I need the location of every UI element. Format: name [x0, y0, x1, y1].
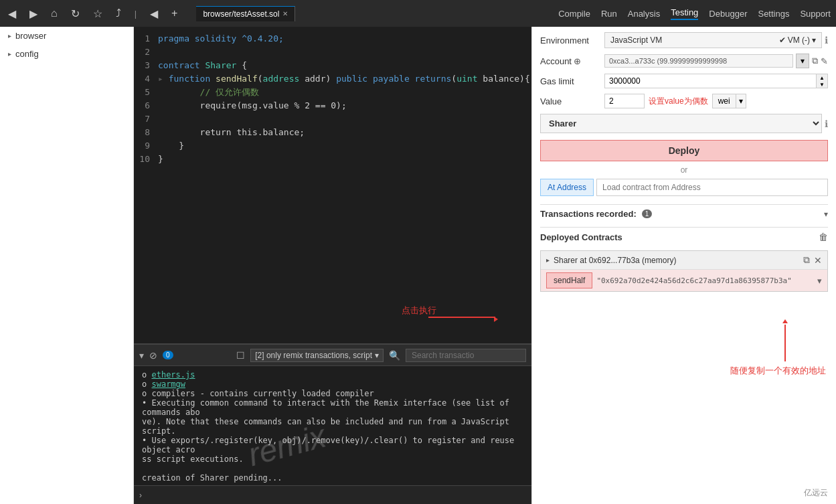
- trash-icon[interactable]: 🗑: [819, 232, 828, 242]
- address-input[interactable]: [596, 179, 828, 196]
- swarmgw-link[interactable]: swarmgw: [151, 380, 185, 389]
- deployed-section: Deployed Contracts 🗑: [540, 227, 828, 246]
- stop-icon[interactable]: ⊘: [149, 350, 157, 361]
- account-copy-icon[interactable]: ⧉: [812, 56, 818, 66]
- tab-close-icon[interactable]: ✕: [282, 10, 288, 17]
- fn-value-text: "0x692a70d2e424a56d2c6c27aa97d1a86395877…: [596, 276, 813, 285]
- search-input[interactable]: [406, 349, 526, 362]
- filter-label: [2] only remix transactions, script: [255, 351, 372, 360]
- nav-debugger[interactable]: Debugger: [709, 9, 747, 19]
- deployed-contract: ▸ Sharer at 0x692...77b3a (memory) ⧉ ✕ s…: [540, 250, 828, 292]
- terminal-line-3: o compilers - contains currently loaded …: [142, 389, 523, 398]
- send-half-button[interactable]: sendHalf: [546, 272, 592, 288]
- nav-settings[interactable]: Settings: [758, 9, 789, 19]
- back-icon[interactable]: ◀: [5, 6, 19, 21]
- bottom-panel: ▾ ⊘ [2] only remix transactions, script …: [134, 343, 531, 504]
- nav-testing[interactable]: Testing: [671, 7, 698, 20]
- bottom-input-bar[interactable]: ›: [134, 485, 531, 504]
- sidebar-label-browser: browser: [15, 31, 46, 41]
- right-panel: Environment JavaScript VM ✔ VM (-) ▾ ℹ: [531, 27, 836, 504]
- search-icon[interactable]: 🔍: [389, 350, 400, 361]
- expand-icon[interactable]: ▾: [139, 350, 144, 361]
- vm-arrow-icon: ▾: [812, 35, 816, 45]
- account-edit-icon[interactable]: ✎: [821, 56, 828, 66]
- forward-icon[interactable]: ▶: [27, 6, 40, 21]
- gas-spin-down[interactable]: ▼: [817, 81, 827, 88]
- account-display: 0xca3...a733c (99.99999999999998: [604, 54, 793, 68]
- filter-arrow-icon: ▾: [375, 351, 379, 360]
- deployed-contract-header: ▸ Sharer at 0x692...77b3a (memory) ⧉ ✕: [541, 251, 827, 269]
- bookmark-icon[interactable]: ☆: [90, 6, 105, 21]
- code-line-10: 10 }: [134, 153, 531, 166]
- code-line-5: 5 // 仅允许偶数: [134, 86, 531, 99]
- env-info-icon[interactable]: ℹ: [825, 35, 828, 46]
- terminal-line-2: o swarmgw: [142, 380, 523, 389]
- gas-limit-input-wrap: ▲ ▼: [604, 74, 828, 88]
- at-address-button[interactable]: At Address: [540, 179, 594, 196]
- fn-expand-icon[interactable]: ▾: [817, 276, 822, 286]
- vm-icon: ✔: [779, 35, 786, 45]
- value-unit-arrow[interactable]: ▾: [736, 94, 746, 108]
- file-tab[interactable]: browser/testAsset.sol ✕: [196, 6, 295, 21]
- at-address-row: At Address: [540, 179, 828, 196]
- home-icon[interactable]: ⌂: [48, 6, 60, 21]
- nav-run[interactable]: Run: [601, 9, 617, 19]
- share-icon[interactable]: ⤴: [113, 6, 124, 21]
- gas-spin-btns: ▲ ▼: [816, 74, 827, 88]
- code-line-2: 2: [134, 46, 531, 59]
- account-plus-icon[interactable]: ⊕: [574, 56, 581, 66]
- gas-spin-up[interactable]: ▲: [817, 74, 827, 81]
- sidebar-item-browser[interactable]: ▸ browser: [0, 27, 133, 45]
- terminal-output: o ethers.js o swarmgw o compilers - cont…: [134, 366, 531, 485]
- bottom-toolbar: ▾ ⊘ [2] only remix transactions, script …: [134, 345, 531, 366]
- gas-limit-input[interactable]: [605, 74, 816, 88]
- nav-menu: Compile Run Analysis Testing Debugger Se…: [558, 7, 831, 20]
- deployed-copy-icon[interactable]: ⧉: [803, 254, 810, 266]
- account-row: Account ⊕ 0xca3...a733c (99.999999999999…: [540, 54, 828, 68]
- env-text: JavaScript VM: [610, 35, 662, 45]
- terminal-line-6: • Use exports/.register(key, obj)/.remov…: [142, 436, 523, 454]
- zero-badge: 0: [163, 351, 173, 359]
- ethers-link[interactable]: ethers.js: [151, 370, 195, 380]
- sidebar-item-config[interactable]: ▸ config: [0, 45, 133, 63]
- code-line-8: 8 return this.balance;: [134, 126, 531, 139]
- terminal-line-5: ve). Note that these commands can also b…: [142, 417, 523, 436]
- sidebar: ▸ browser ▸ config: [0, 27, 134, 504]
- gas-limit-label: Gas limit: [540, 76, 600, 86]
- prev-icon[interactable]: ◀: [147, 6, 161, 21]
- deploy-button[interactable]: Deploy: [540, 140, 828, 161]
- filter-dropdown[interactable]: [2] only remix transactions, script ▾: [250, 349, 384, 362]
- contract-info-icon[interactable]: ℹ: [825, 118, 828, 129]
- deployed-close-icon[interactable]: ✕: [814, 255, 822, 266]
- terminal-line-7: ss script executions.: [142, 454, 523, 464]
- tx-chevron-icon[interactable]: ▾: [824, 209, 828, 219]
- nav-support[interactable]: Support: [800, 9, 831, 19]
- deployed-expand-icon[interactable]: ▸: [546, 256, 550, 264]
- account-dropdown-btn[interactable]: ▾: [796, 54, 809, 68]
- tx-count-badge: 1: [642, 209, 653, 218]
- plus-icon[interactable]: +: [169, 6, 180, 21]
- sidebar-label-config: config: [15, 49, 39, 59]
- chevron-right-icon: ›: [139, 491, 142, 500]
- nav-compile[interactable]: Compile: [558, 9, 590, 19]
- terminal-line-4: • Executing common command to interact w…: [142, 398, 523, 417]
- bottom-logo: 亿远云: [804, 487, 828, 499]
- code-line-6: 6 require(msg.value % 2 == 0);: [134, 99, 531, 112]
- code-line-3: 3 contract Sharer {: [134, 59, 531, 72]
- value-label: Value: [540, 96, 600, 106]
- tx-section-title: Transactions recorded:: [540, 209, 637, 219]
- contract-select[interactable]: Sharer: [540, 114, 822, 133]
- nav-analysis[interactable]: Analysis: [628, 9, 660, 19]
- sidebar-arrow-config: ▸: [8, 50, 11, 58]
- account-label: Account ⊕: [540, 56, 600, 66]
- code-editor[interactable]: 1 pragma solidity ^0.4.20; 2 3 contract …: [134, 27, 531, 343]
- environment-value: JavaScript VM ✔ VM (-) ▾ ℹ: [604, 32, 828, 48]
- transactions-section: Transactions recorded: 1 ▾: [540, 204, 828, 223]
- tab-label: browser/testAsset.sol: [203, 9, 279, 19]
- sidebar-arrow-browser: ▸: [8, 32, 11, 39]
- checkbox-icon[interactable]: ☐: [236, 350, 245, 361]
- code-line-7: 7: [134, 112, 531, 126]
- refresh-icon[interactable]: ↻: [68, 6, 82, 21]
- or-label: or: [540, 165, 828, 175]
- value-input[interactable]: [604, 94, 645, 108]
